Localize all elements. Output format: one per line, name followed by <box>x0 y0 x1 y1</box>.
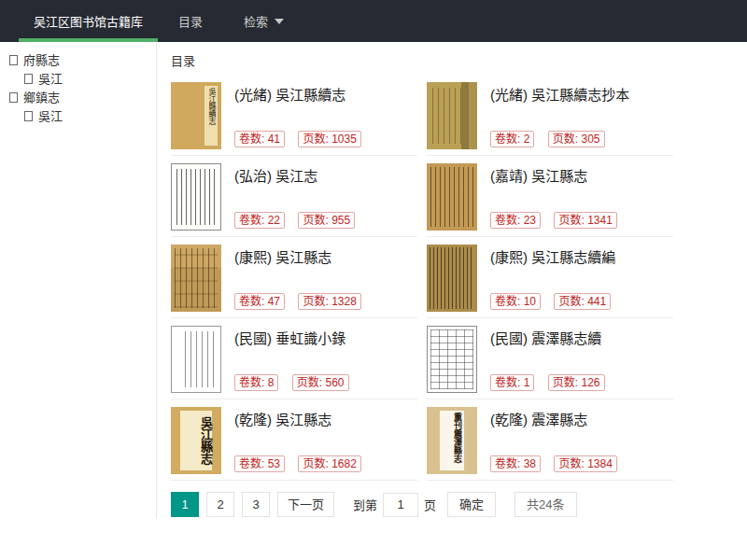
pages-badge: 页数: 441 <box>554 293 611 310</box>
pagination: 1 2 3 下一页 到第 页 确定 共24条 <box>171 492 675 517</box>
next-page-button[interactable]: 下一页 <box>277 492 334 517</box>
thumbnail-label: 重刊震澤縣志 <box>440 411 464 470</box>
book-card[interactable]: 吳江縣志 (乾隆) 吳江縣志 卷数: 53 页数: 1682 <box>171 399 417 481</box>
goto-page-suffix: 页 <box>424 496 436 513</box>
book-title[interactable]: (民國) 垂虹識小錄 <box>234 328 417 347</box>
tree-node-xiangzhenzhi[interactable]: 鄉鎮志 <box>9 89 156 107</box>
book-thumbnail[interactable] <box>427 82 477 149</box>
pages-badge: 页数: 1341 <box>554 212 616 229</box>
volumes-badge: 卷数: 8 <box>234 374 278 391</box>
book-thumbnail[interactable] <box>427 245 477 312</box>
tree-node-fuxianzhi[interactable]: 府縣志 <box>9 51 156 70</box>
pages-badge: 页数: 1384 <box>554 455 616 472</box>
sidebar: 府縣志 吳江 鄉鎮志 吳江 <box>0 42 157 519</box>
chevron-down-icon <box>275 19 284 24</box>
page-button-1[interactable]: 1 <box>171 492 199 517</box>
volumes-badge: 卷数: 10 <box>490 293 541 310</box>
goto-page-prefix: 到第 <box>353 496 377 513</box>
book-thumbnail[interactable] <box>427 326 477 393</box>
book-title[interactable]: (乾隆) 震澤縣志 <box>490 409 673 428</box>
tree-node-icon <box>24 111 33 121</box>
goto-page-input[interactable] <box>383 493 418 517</box>
book-card[interactable]: (康熙) 吳江縣志 卷数: 47 页数: 1328 <box>171 237 417 318</box>
tree-node-label: 鄉鎮志 <box>23 91 60 105</box>
book-thumbnail[interactable]: 吳江縣續志 <box>171 82 221 149</box>
tree-node-wujiang-1[interactable]: 吳江 <box>9 70 156 89</box>
tree-node-label: 吳江 <box>38 72 63 86</box>
total-count: 共24条 <box>514 492 576 517</box>
pages-badge: 页数: 1682 <box>298 455 360 472</box>
volumes-badge: 卷数: 1 <box>490 374 534 391</box>
book-title[interactable]: (弘治) 吳江志 <box>234 165 417 185</box>
confirm-button[interactable]: 确定 <box>447 492 496 517</box>
book-card[interactable]: (民國) 震澤縣志續 卷数: 1 页数: 126 <box>427 318 673 399</box>
nav-catalog-label: 目录 <box>178 12 203 30</box>
nav-item-catalog[interactable]: 目录 <box>158 0 223 42</box>
book-thumbnail[interactable] <box>427 163 477 231</box>
volumes-badge: 卷数: 22 <box>234 212 285 229</box>
book-thumbnail[interactable] <box>171 245 221 312</box>
book-grid: 吳江縣續志 (光緒) 吳江縣續志 卷数: 41 页数: 1035 (光緒) 吳江… <box>171 75 675 481</box>
pages-badge: 页数: 1035 <box>298 131 360 147</box>
book-card[interactable]: (民國) 垂虹識小錄 卷数: 8 页数: 560 <box>171 318 417 399</box>
book-title[interactable]: (康熙) 吳江縣志續編 <box>490 246 673 266</box>
book-card[interactable]: (康熙) 吳江縣志續編 卷数: 10 页数: 441 <box>427 237 673 318</box>
nav-item-search[interactable]: 检索 <box>223 0 304 42</box>
tree-node-wujiang-2[interactable]: 吳江 <box>9 107 156 126</box>
tree-node-icon <box>9 92 18 103</box>
book-title[interactable]: (乾隆) 吳江縣志 <box>234 409 417 428</box>
nav-item-brand[interactable]: 吴江区图书馆古籍库 <box>19 0 158 42</box>
book-card[interactable]: (光緒) 吳江縣續志抄本 卷数: 2 页数: 305 <box>427 75 673 156</box>
thumbnail-label: 吳江縣續志 <box>204 86 218 146</box>
section-title: 目录 <box>171 48 675 75</box>
tree-node-label: 府縣志 <box>23 53 60 67</box>
nav-search-label: 检索 <box>244 12 268 30</box>
volumes-badge: 卷数: 53 <box>234 455 285 472</box>
volumes-badge: 卷数: 2 <box>490 131 534 147</box>
pages-badge: 页数: 305 <box>548 131 605 147</box>
content-area: 目录 吳江縣續志 (光緒) 吳江縣續志 卷数: 41 页数: 1035 (光緒)… <box>171 42 675 517</box>
book-thumbnail[interactable] <box>171 163 221 231</box>
tree-node-label: 吳江 <box>38 109 63 123</box>
top-nav: 吴江区图书馆古籍库 目录 检索 <box>0 0 747 42</box>
volumes-badge: 卷数: 41 <box>234 131 285 147</box>
book-card[interactable]: 吳江縣續志 (光緒) 吳江縣續志 卷数: 41 页数: 1035 <box>171 75 417 156</box>
book-title[interactable]: (光緒) 吳江縣續志抄本 <box>490 84 673 104</box>
volumes-badge: 卷数: 47 <box>234 293 285 310</box>
book-title[interactable]: (康熙) 吳江縣志 <box>234 246 417 266</box>
book-thumbnail[interactable]: 吳江縣志 <box>171 407 221 474</box>
page-button-3[interactable]: 3 <box>242 492 270 517</box>
book-thumbnail[interactable]: 重刊震澤縣志 <box>427 407 477 474</box>
book-title[interactable]: (光緒) 吳江縣續志 <box>234 84 417 104</box>
page-button-2[interactable]: 2 <box>206 492 234 517</box>
book-card[interactable]: 重刊震澤縣志 (乾隆) 震澤縣志 卷数: 38 页数: 1384 <box>427 399 673 481</box>
tree-node-icon <box>24 74 33 84</box>
book-card[interactable]: (嘉靖) 吳江縣志 卷数: 23 页数: 1341 <box>427 156 673 237</box>
pages-badge: 页数: 955 <box>298 212 355 229</box>
volumes-badge: 卷数: 38 <box>490 455 541 472</box>
pages-badge: 页数: 1328 <box>298 293 360 310</box>
brand-title: 吴江区图书馆古籍库 <box>34 12 143 30</box>
book-card[interactable]: (弘治) 吳江志 卷数: 22 页数: 955 <box>171 156 417 237</box>
pages-badge: 页数: 560 <box>292 374 349 391</box>
book-title[interactable]: (嘉靖) 吳江縣志 <box>490 165 673 185</box>
book-thumbnail[interactable] <box>171 326 221 393</box>
pages-badge: 页数: 126 <box>548 374 605 391</box>
tree-node-icon <box>9 55 18 65</box>
volumes-badge: 卷数: 23 <box>490 212 541 229</box>
thumbnail-label: 吳江縣志 <box>180 411 212 470</box>
book-title[interactable]: (民國) 震澤縣志續 <box>490 328 673 347</box>
